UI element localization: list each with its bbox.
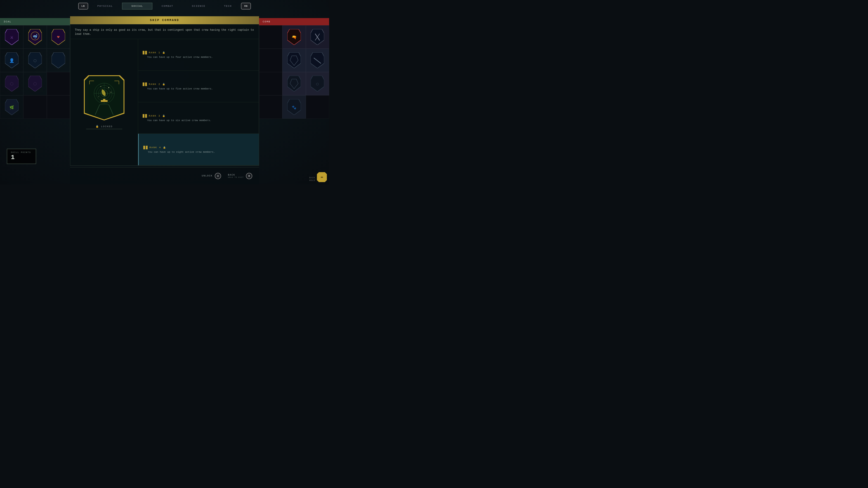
rank-4-label: RANK 4 (149, 146, 161, 149)
badge-inner (85, 76, 124, 120)
rank-2-header: RANK 2 🔒 (143, 83, 254, 86)
skill-description: They say a ship is only as good as its c… (70, 24, 259, 39)
right-panel-header: COMB (259, 18, 329, 25)
list-item[interactable]: 🤿 (23, 25, 46, 48)
list-item[interactable]: 👤 (0, 48, 23, 72)
list-item[interactable]: ⬡ (0, 72, 23, 95)
logo-text: GG (321, 176, 323, 178)
tab-tech[interactable]: TECH (215, 3, 241, 9)
rank-2-item[interactable]: RANK 2 🔒 You can have up to five active … (138, 71, 259, 102)
list-item[interactable]: ⬡ (306, 72, 329, 95)
rank-1-description: You can have up to four active crew memb… (147, 56, 254, 59)
rank-2-description: You can have up to five active crew memb… (147, 88, 254, 90)
rank-1-item[interactable]: RANK 1 🔒 You can have up to four active … (138, 39, 259, 71)
back-b-button[interactable]: B (246, 173, 252, 179)
rank-pip (143, 83, 145, 86)
list-item[interactable]: 🌿 (0, 95, 23, 119)
svg-text:👤: 👤 (9, 58, 14, 63)
svg-text:⚔: ⚔ (10, 35, 13, 40)
rank-4-header: RANK 4 🔒 (143, 146, 254, 149)
list-item (259, 25, 282, 48)
rank-pip (145, 51, 147, 55)
svg-text:⬡: ⬡ (33, 82, 37, 86)
rank-pip (145, 114, 147, 118)
back-control[interactable]: BACK HOLD TO EXIT B (228, 173, 252, 179)
rank-4-pips (143, 146, 148, 149)
main-skill-detail-panel: SHIP COMMAND They say a ship is only as … (70, 16, 259, 166)
rank-3-label: RANK 3 (149, 115, 160, 117)
watermark-hold: HOLD (309, 179, 315, 182)
list-item[interactable]: 🔫 (282, 25, 306, 48)
bottom-action-bar: UNLOCK A BACK HOLD TO EXIT B (70, 167, 259, 184)
empty-cell (259, 95, 282, 119)
svg-marker-28 (287, 76, 301, 92)
back-label: BACK (228, 174, 244, 176)
list-item (259, 48, 282, 72)
unlock-control[interactable]: UNLOCK A (202, 173, 221, 179)
list-item (259, 72, 282, 95)
skill-points-box: SKILL POINTS 1 (7, 149, 36, 164)
list-item[interactable] (47, 48, 70, 72)
rank-pip (143, 146, 145, 149)
list-item[interactable] (282, 72, 306, 95)
right-skill-panel: COMB 🔫 (259, 0, 329, 184)
list-item[interactable]: ⬡ (23, 72, 46, 95)
list-item (47, 72, 70, 95)
rank-1-label: RANK 1 (149, 51, 160, 54)
svg-text:⬡: ⬡ (10, 82, 13, 86)
rank-3-item[interactable]: RANK 3 🔒 You can have up to six active c… (138, 102, 259, 134)
tab-combat[interactable]: COMBAT (152, 3, 183, 9)
hold-to-exit-label: HOLD TO EXIT (228, 176, 244, 178)
rank-pip (143, 51, 145, 55)
empty-cell (23, 95, 46, 119)
list-item[interactable]: ❤ ✛ (47, 25, 70, 48)
top-navigation: LB PHYSICAL SOCIAL COMBAT SCIENCE TECH R… (0, 3, 329, 9)
svg-text:🌿: 🌿 (9, 105, 14, 110)
svg-marker-12 (52, 53, 65, 68)
svg-text:🔫: 🔫 (291, 35, 297, 40)
tab-science[interactable]: SCIENCE (183, 3, 215, 9)
skill-image-area: 🔒 LOCKED (70, 39, 138, 165)
list-item[interactable]: ⬡ (23, 48, 46, 72)
rank-4-description: You can have up to eight active crew mem… (148, 151, 254, 153)
lock-icon: 🔒 (96, 125, 99, 128)
rank-2-pips (143, 83, 147, 86)
list-item[interactable] (282, 48, 306, 72)
watermark: BACK HOLD GG (309, 172, 327, 182)
rank-3-lock-icon: 🔒 (162, 115, 165, 117)
rank-3-header: RANK 3 🔒 (143, 114, 254, 118)
left-panel-header: ICAL (0, 18, 70, 25)
list-item[interactable]: 🐾 (282, 95, 306, 119)
skill-badge (84, 75, 125, 121)
svg-text:🤿: 🤿 (33, 34, 38, 39)
rb-button[interactable]: RB (241, 3, 251, 9)
right-skill-grid: 🔫 (259, 25, 329, 119)
back-text-group: BACK HOLD TO EXIT (228, 174, 244, 178)
svg-point-42 (100, 86, 101, 87)
list-item[interactable] (306, 25, 329, 48)
list-item[interactable]: ⚔ (0, 25, 23, 48)
left-skill-grid: ⚔ 🤿 ❤ ✛ 👤 ⬡ (0, 25, 70, 119)
locked-progress-bar (86, 129, 122, 129)
badge-art (88, 80, 120, 116)
rank-4-lock-icon: 🔒 (163, 146, 166, 149)
rank-1-pips (143, 51, 147, 55)
svg-text:✛: ✛ (58, 36, 59, 39)
list-item[interactable] (306, 48, 329, 72)
rank-pip (145, 83, 147, 86)
nav-tabs: PHYSICAL SOCIAL COMBAT SCIENCE TECH (88, 3, 241, 9)
rank-4-item[interactable]: RANK 4 🔒 You can have up to eight active… (138, 134, 259, 165)
svg-point-41 (108, 87, 109, 88)
rank-1-lock-icon: 🔒 (162, 51, 165, 54)
rank-3-pips (143, 114, 147, 118)
gamer-guides-logo: GG (317, 172, 327, 182)
tab-physical[interactable]: PHYSICAL (88, 3, 122, 9)
tab-social[interactable]: SOCIAL (122, 3, 152, 9)
unlock-a-button[interactable]: A (215, 173, 221, 179)
lb-button[interactable]: LB (78, 3, 88, 9)
svg-point-44 (98, 96, 99, 97)
panel-content: 🔒 LOCKED RANK 1 🔒 (70, 39, 259, 165)
watermark-back: BACK (309, 176, 315, 180)
rank-1-header: RANK 1 🔒 (143, 51, 254, 55)
rank-2-label: RANK 2 (149, 83, 160, 86)
